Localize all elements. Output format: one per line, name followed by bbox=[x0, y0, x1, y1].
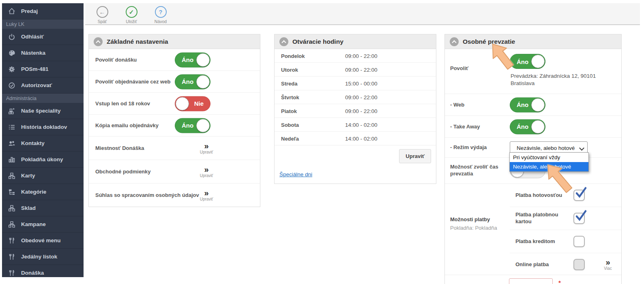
toggle-knob bbox=[196, 119, 210, 132]
sidebar-item-predaj[interactable]: Predaj bbox=[2, 3, 84, 19]
save-check-icon: ✓ bbox=[126, 6, 137, 18]
back-button[interactable]: ← Späť bbox=[92, 6, 113, 24]
sidebar-item-kontakty[interactable]: Kontakty bbox=[2, 135, 84, 152]
toggle-web-orders[interactable]: Áno bbox=[175, 74, 210, 89]
toggle-knob bbox=[531, 55, 545, 68]
double-angle-icon: » bbox=[197, 166, 216, 173]
double-angle-icon: » bbox=[197, 142, 216, 149]
pickup-row-web: - Web Áno bbox=[445, 94, 621, 116]
sidebar-item-label: Autorizovať bbox=[21, 82, 52, 88]
sidebar-item-obedove-menu[interactable]: Obedové menu bbox=[2, 233, 84, 249]
checkbox-cash[interactable] bbox=[573, 190, 585, 201]
sidebar-item-label: Kontakty bbox=[21, 140, 45, 146]
payment-option-cash: Platba hotovosťou bbox=[510, 184, 621, 207]
required-marker: * bbox=[558, 279, 561, 284]
online-payment-more-button[interactable]: » Viac bbox=[598, 258, 618, 271]
toggle-delivery[interactable]: Áno bbox=[175, 52, 210, 67]
sidebar-item-odhlasit[interactable]: Odhlásiť bbox=[2, 29, 84, 45]
sidebar-item-donaska[interactable]: Donáška bbox=[2, 265, 84, 277]
pickup-location-note: Prevádzka: Záhradnícka 12, 90101 Bratisl… bbox=[511, 73, 612, 87]
panel-basic-settings: Základné nastavenia Povoliť donášku Áno … bbox=[88, 34, 260, 207]
hours-row-thursday: Štvrtok 09:00 - 22:00 bbox=[275, 90, 436, 104]
hours-link-row: Špeciálne dni bbox=[275, 168, 436, 184]
sidebar-item-pokladna-ukony[interactable]: Pokladňa úkony bbox=[2, 152, 84, 168]
required-input[interactable] bbox=[509, 278, 553, 284]
edit-delivery-room-button[interactable]: » Upraviť bbox=[197, 142, 216, 154]
checkbox-online[interactable] bbox=[573, 259, 585, 270]
collapse-chevron-icon[interactable] bbox=[279, 37, 288, 46]
help-button[interactable]: ? Návod bbox=[150, 6, 171, 24]
hours-actions-row: Upraviť bbox=[275, 145, 436, 168]
toggle-pickup-takeaway[interactable]: Áno bbox=[510, 119, 545, 134]
help-question-icon: ? bbox=[155, 6, 167, 18]
setting-row-web-orders: Povoliť objednávanie cez web Áno bbox=[89, 71, 260, 93]
edit-gdpr-button[interactable]: » Upraviť bbox=[197, 189, 216, 201]
special-days-link[interactable]: Špeciálne dni bbox=[279, 171, 312, 177]
setting-row-age-18: Vstup len od 18 rokov Nie bbox=[89, 93, 260, 115]
sidebar-item-label: Naše špeciality bbox=[21, 108, 61, 114]
edit-terms-button[interactable]: » Upraviť bbox=[197, 166, 216, 178]
sidebar-item-label: Predaj bbox=[21, 8, 38, 14]
checkbox-card[interactable] bbox=[573, 213, 585, 224]
edit-hours-button[interactable]: Upraviť bbox=[399, 149, 431, 163]
panel-hours-header: Otváracie hodiny bbox=[275, 34, 436, 49]
people-icon bbox=[8, 140, 16, 147]
document-list-icon bbox=[8, 124, 16, 131]
hours-row-tuesday: Utorok 09:00 - 22:00 bbox=[275, 63, 436, 77]
checkbox-credit[interactable] bbox=[573, 236, 585, 247]
home-icon bbox=[8, 8, 16, 15]
toggle-knob bbox=[176, 97, 189, 110]
panel-title: Osobné prevzatie bbox=[463, 38, 515, 45]
sidebar-item-posm[interactable]: POSm-481 bbox=[2, 61, 84, 77]
sidebar-item-kategorie[interactable]: Kategórie bbox=[2, 184, 84, 200]
dropdown-option-1[interactable]: Pri vyúčtovaní vždy bbox=[510, 153, 588, 162]
toggle-knob bbox=[531, 120, 545, 133]
panel-personal-pickup: Osobné prevzatie Povoliť Áno Prevádzka: … bbox=[444, 34, 622, 284]
save-button[interactable]: ✓ Uložiť bbox=[121, 6, 142, 24]
payment-option-card: Platba platobnou kartou bbox=[510, 207, 621, 230]
category-tree-icon bbox=[8, 188, 16, 196]
toolbar: ← Späť ✓ Uložiť ? Návod bbox=[85, 3, 640, 25]
sidebar-section-user: Luky LK bbox=[2, 19, 84, 29]
chevron-down-icon bbox=[579, 145, 584, 151]
sidebar-item-label: Jedálny lístok bbox=[21, 254, 57, 260]
hours-row-sunday: Nedeľa 14:00 - 02:00 bbox=[275, 132, 436, 145]
check-icon bbox=[575, 187, 587, 199]
collapse-chevron-icon[interactable] bbox=[450, 37, 459, 46]
setting-row-delivery-room: Miestnosť Donáška » Upraviť bbox=[89, 137, 260, 160]
toggle-knob bbox=[196, 75, 210, 88]
pickup-row-takeaway: - Take Away Áno bbox=[445, 116, 621, 138]
payment-option-online: Online platba » Viac bbox=[510, 253, 621, 276]
sidebar-item-kampane[interactable]: Kampane bbox=[2, 216, 84, 233]
dispense-mode-dropdown-list: Pri vyúčtovaní vždy Nezávisle, alebo hot… bbox=[509, 152, 589, 172]
back-icon: ← bbox=[97, 6, 108, 18]
sidebar-item-sklad[interactable]: Sklad bbox=[2, 200, 84, 216]
pickup-row-payments: Možnosti platby Pokladňa: Pokladňa Platb… bbox=[445, 184, 621, 275]
toggle-email-copy[interactable]: Áno bbox=[175, 118, 210, 133]
sidebar-item-label: Sklad bbox=[21, 205, 36, 211]
payment-option-credit: Platba kreditom bbox=[510, 230, 621, 253]
sidebar-item-historia[interactable]: História dokladov bbox=[2, 119, 84, 135]
panel-pickup-header: Osobné prevzatie bbox=[445, 34, 621, 49]
cutlery-icon bbox=[8, 269, 16, 277]
sidebar-item-jedalny-listok[interactable]: Jedálny lístok bbox=[2, 249, 84, 265]
double-angle-icon: » bbox=[197, 189, 216, 196]
sidebar-item-autorizovat[interactable]: Autorizovať bbox=[2, 77, 84, 94]
dropdown-option-2-selected[interactable]: Nezávisle, alebo hotové bbox=[510, 162, 588, 171]
sitemap-icon bbox=[8, 221, 16, 228]
setting-row-terms: Obchodné podmienky » Upraviť bbox=[89, 160, 260, 184]
sidebar-item-nastenka[interactable]: Nástenka bbox=[2, 45, 84, 61]
cutlery-icon bbox=[8, 253, 16, 261]
hours-row-monday: Pondelok 09:00 - 22:00 bbox=[275, 49, 436, 63]
setting-row-email-copy: Kópia emailu objednávky Áno bbox=[89, 115, 260, 137]
collapse-chevron-icon[interactable] bbox=[94, 37, 103, 46]
toggle-age-18[interactable]: Nie bbox=[175, 96, 210, 111]
toggle-pickup-enable[interactable]: Áno bbox=[510, 54, 545, 69]
sidebar-item-specialities[interactable]: Naše špeciality bbox=[2, 103, 84, 119]
hours-row-friday: Piatok 09:00 - 22:00 bbox=[275, 104, 436, 118]
sidebar-item-karty[interactable]: Karty bbox=[2, 168, 84, 184]
payments-label-block: Možnosti platby Pokladňa: Pokladňa bbox=[450, 216, 497, 231]
sidebar-item-label: Karty bbox=[21, 173, 35, 179]
panel-title: Otváracie hodiny bbox=[292, 38, 343, 45]
toggle-pickup-web[interactable]: Áno bbox=[510, 97, 545, 112]
